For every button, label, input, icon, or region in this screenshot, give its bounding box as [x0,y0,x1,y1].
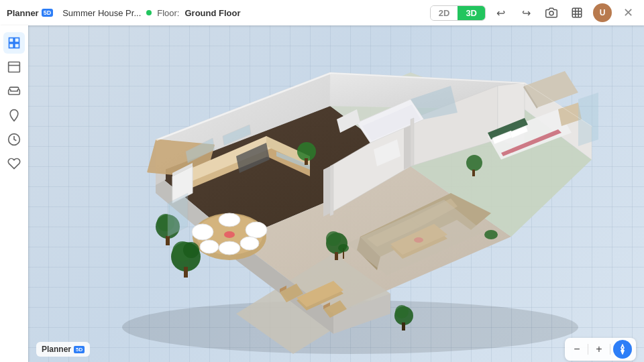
history-icon [7,133,21,146]
svg-marker-98 [330,165,333,216]
zoom-divider-2 [610,344,610,355]
stats-button[interactable] [568,3,586,22]
camera-icon [545,7,557,19]
svg-point-45 [240,237,259,250]
svg-rect-83 [335,252,338,260]
sync-indicator [146,10,152,15]
landscape-icon [7,109,21,122]
3d-viewport[interactable] [28,25,644,362]
app-logo[interactable]: Planner 5D [7,8,53,18]
bottom-logo-text: Planner [42,345,71,354]
svg-point-39 [224,231,235,238]
zoom-divider [588,344,588,355]
floor-name[interactable]: Ground Floor [184,8,240,18]
svg-rect-80 [305,158,308,165]
view-3d-button[interactable]: 3D [458,6,485,20]
close-button[interactable]: ✕ [619,3,637,22]
sidebar [0,25,28,362]
svg-marker-24 [323,166,330,217]
svg-point-40 [192,224,213,240]
bottom-logo[interactable]: Planner 5D [36,342,90,357]
floor-label: Floor: [157,8,179,18]
view-2d-button[interactable]: 2D [431,6,458,20]
redo-button[interactable]: ↪ [517,3,535,22]
zoom-controls: − + [565,338,636,361]
svg-rect-85 [472,170,475,176]
zoom-in-button[interactable]: + [591,341,607,357]
bottom-logo-badge: 5D [74,346,85,353]
view-toggle: 2D 3D [430,5,486,21]
sidebar-item-interior[interactable] [3,56,25,78]
zoom-out-button[interactable]: − [569,341,585,357]
svg-point-43 [219,241,240,255]
svg-rect-94 [402,322,405,330]
floor-plan-svg [68,52,619,361]
svg-rect-78 [166,236,170,245]
sidebar-item-history[interactable] [3,129,25,150]
svg-point-44 [200,240,219,253]
sidebar-item-landscape[interactable] [3,105,25,126]
close-icon: ✕ [623,5,633,20]
svg-rect-4 [9,44,14,48]
compass-icon [617,344,628,355]
svg-point-84 [466,155,482,171]
svg-point-42 [246,222,267,238]
house-3d-render [68,52,619,361]
logo-badge: 5D [42,9,54,17]
svg-rect-75 [184,267,188,278]
user-avatar[interactable]: U [593,3,612,22]
chart-icon [571,7,583,19]
zoom-minus-icon: − [574,343,580,355]
camera-button[interactable] [542,3,561,22]
topbar-actions: ↩ ↪ U ✕ [491,3,637,22]
compass-button[interactable] [613,340,632,359]
svg-rect-1 [572,8,582,17]
svg-rect-5 [15,44,19,48]
sidebar-item-favorites[interactable] [3,153,25,174]
svg-point-79 [297,142,316,161]
sidebar-item-build[interactable] [3,32,25,54]
svg-rect-3 [15,38,19,43]
project-name[interactable]: Summer House Pr... [62,8,141,18]
sidebar-item-furniture[interactable] [3,80,25,102]
redo-icon: ↪ [522,7,531,19]
interior-icon [7,60,21,74]
svg-rect-2 [9,38,14,43]
undo-icon: ↩ [496,7,505,19]
svg-marker-104 [621,349,624,354]
build-icon [7,36,21,50]
top-bar: Planner 5D Summer House Pr... Floor: Gro… [0,0,644,25]
svg-point-74 [183,242,199,258]
furniture-icon [7,84,21,98]
svg-point-41 [219,213,240,227]
svg-point-0 [549,11,553,15]
logo-text: Planner [7,8,39,18]
zoom-plus-icon: + [596,343,602,355]
undo-button[interactable]: ↩ [491,3,510,22]
favorites-icon [7,157,21,170]
svg-point-57 [484,230,498,239]
svg-rect-6 [9,62,20,72]
svg-point-93 [395,305,409,318]
svg-point-82 [326,231,341,246]
avatar-initials: U [600,8,606,17]
svg-marker-99 [411,118,414,166]
